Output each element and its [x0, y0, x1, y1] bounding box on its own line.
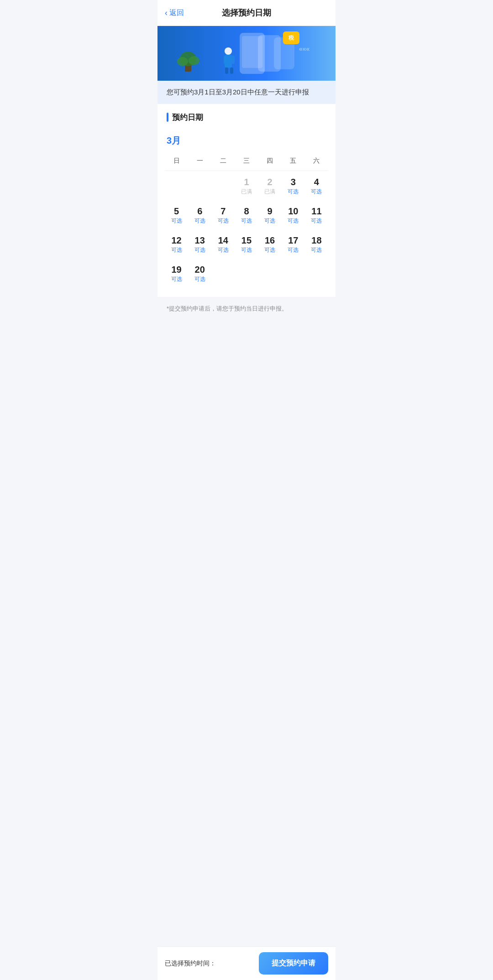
day-cell[interactable]: 19可选	[165, 259, 188, 288]
weekday-cell: 六	[305, 154, 328, 168]
bottom-spacer	[157, 321, 336, 412]
day-number: 12	[171, 235, 181, 246]
notice-text: 您可预约3月1日至3月20日中任意一天进行申报	[167, 88, 309, 96]
day-status: 可选	[171, 218, 182, 224]
day-status: 可选	[218, 247, 229, 253]
day-status: 可选	[171, 247, 182, 253]
day-cell	[165, 171, 188, 200]
day-number: 17	[288, 235, 298, 246]
day-number: 13	[195, 235, 205, 246]
svg-point-14	[189, 56, 199, 65]
day-status: 可选	[194, 247, 205, 253]
day-number: 10	[288, 206, 298, 217]
section-title-label: 预约日期	[172, 112, 203, 123]
day-number: 16	[265, 235, 275, 246]
calendar: 3月 日一二三四五六 1已满2已满3可选4可选5可选6可选7可选8可选9可选10…	[157, 127, 336, 297]
day-status: 可选	[171, 276, 182, 282]
day-cell[interactable]: 20可选	[188, 259, 211, 288]
reminder-text: *提交预约申请后，请您于预约当日进行申报。	[167, 305, 288, 312]
day-status: 可选	[311, 218, 322, 224]
day-cell[interactable]: 11可选	[305, 200, 328, 229]
page-title: 选择预约日期	[222, 7, 271, 18]
day-number: 18	[311, 235, 321, 246]
day-status: 可选	[288, 247, 299, 253]
day-number: 3	[291, 176, 296, 187]
day-cell[interactable]: 9可选	[258, 200, 282, 229]
day-number: 2	[267, 176, 273, 187]
selected-time-label: 已选择预约时间：	[165, 959, 253, 968]
day-cell[interactable]: 8可选	[235, 200, 258, 229]
day-number: 5	[174, 206, 179, 217]
day-cell	[211, 171, 235, 200]
day-number: 19	[171, 264, 181, 275]
svg-text:«««: «««	[299, 45, 310, 52]
day-cell[interactable]: 12可选	[165, 229, 188, 259]
weekday-cell: 四	[258, 154, 282, 168]
header: ‹ 返回 选择预约日期	[157, 0, 336, 26]
back-label: 返回	[169, 8, 184, 18]
day-status: 可选	[241, 247, 252, 253]
day-number: 6	[197, 206, 202, 217]
footer: 已选择预约时间： 提交预约申请	[157, 946, 336, 980]
month-title: 3月	[165, 127, 328, 151]
day-cell[interactable]: 14可选	[211, 229, 235, 259]
day-cell	[305, 259, 328, 288]
day-number: 8	[244, 206, 249, 217]
weekday-cell: 五	[282, 154, 305, 168]
day-cell[interactable]: 7可选	[211, 200, 235, 229]
svg-rect-10	[230, 67, 233, 74]
weekday-cell: 日	[165, 154, 188, 168]
svg-point-13	[177, 57, 188, 66]
day-cell[interactable]: 4可选	[305, 171, 328, 200]
day-status: 已满	[264, 188, 275, 195]
day-status: 已满	[241, 188, 252, 195]
day-status: 可选	[311, 247, 322, 253]
weekday-cell: 三	[235, 154, 258, 168]
day-cell[interactable]: 10可选	[282, 200, 305, 229]
day-cell[interactable]: 17可选	[282, 229, 305, 259]
day-status: 可选	[264, 247, 275, 253]
section-bar-decoration	[167, 113, 168, 122]
day-cell[interactable]: 3可选	[282, 171, 305, 200]
svg-rect-7	[224, 56, 226, 64]
day-cell[interactable]: 13可选	[188, 229, 211, 259]
day-status: 可选	[241, 218, 252, 224]
day-cell	[282, 259, 305, 288]
day-number: 9	[267, 206, 273, 217]
day-cell: 2已满	[258, 171, 282, 200]
reminder: *提交预约申请后，请您于预约当日进行申报。	[157, 297, 336, 321]
day-status: 可选	[218, 218, 229, 224]
day-cell[interactable]: 15可选	[235, 229, 258, 259]
banner: 税 «««	[157, 26, 336, 81]
day-status: 可选	[194, 276, 205, 282]
day-status: 可选	[288, 188, 299, 195]
day-number: 15	[241, 235, 252, 246]
day-status: 可选	[311, 188, 322, 195]
days-grid: 1已满2已满3可选4可选5可选6可选7可选8可选9可选10可选11可选12可选1…	[165, 171, 328, 288]
svg-rect-8	[232, 56, 235, 64]
svg-rect-9	[225, 67, 228, 74]
day-status: 可选	[264, 218, 275, 224]
day-cell	[235, 259, 258, 288]
day-cell[interactable]: 16可选	[258, 229, 282, 259]
day-number: 14	[218, 235, 228, 246]
day-cell	[258, 259, 282, 288]
weekday-cell: 一	[188, 154, 211, 168]
day-cell[interactable]: 18可选	[305, 229, 328, 259]
day-status: 可选	[288, 218, 299, 224]
back-button[interactable]: ‹ 返回	[165, 8, 184, 18]
weekday-row: 日一二三四五六	[165, 151, 328, 171]
day-number: 11	[311, 206, 321, 217]
back-chevron-icon: ‹	[165, 8, 168, 18]
day-cell[interactable]: 6可选	[188, 200, 211, 229]
banner-illustration: 税 «««	[157, 26, 336, 81]
day-status: 可选	[194, 218, 205, 224]
svg-text:税: 税	[288, 35, 294, 41]
submit-button[interactable]: 提交预约申请	[259, 952, 328, 975]
day-cell	[211, 259, 235, 288]
day-number: 1	[244, 176, 249, 187]
day-number: 20	[195, 264, 205, 275]
weekday-cell: 二	[211, 154, 235, 168]
day-cell[interactable]: 5可选	[165, 200, 188, 229]
day-number: 7	[220, 206, 226, 217]
